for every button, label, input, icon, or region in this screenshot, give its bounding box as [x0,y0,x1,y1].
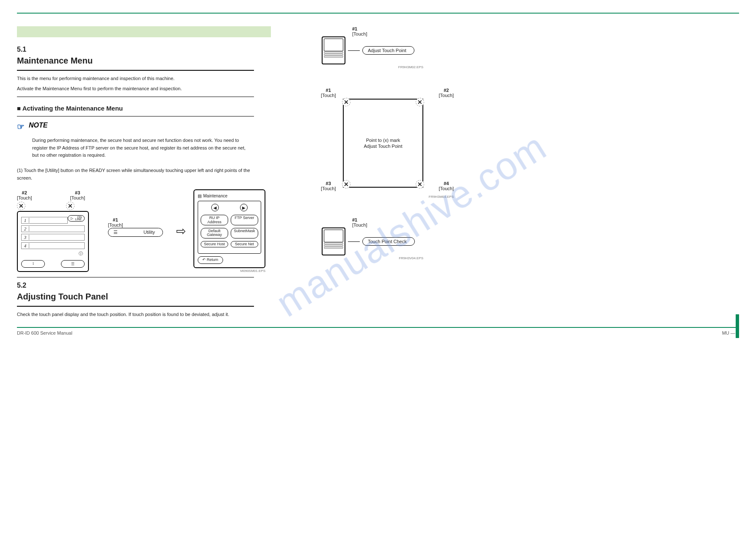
note-label: NOTE [29,122,47,129]
arrow-right-icon: ⇨ [176,224,186,238]
section-title: Maintenance Menu [17,56,271,66]
figure-adjust-touch-point: #1 [Touch] Adjust Touch Point FR9H3M02.E… [322,26,739,69]
cross-icon[interactable]: ✕ [17,202,25,210]
calibration-rect: Point to (x) mark Adjust Touch Point ✕ ✕… [343,99,423,188]
footer-left: DR-ID 600 Service Manual [17,330,72,335]
bottom-rule [17,327,739,328]
footer: DR-ID 600 Service Manual MU — 5 [17,330,739,335]
heading-5-1: 5.1 Maintenance Menu [17,46,271,66]
maintenance-panel: ▤Maintenance ◀ ▶ RU IP Address FTP Serve… [193,189,265,268]
figure-code: FR9H3M02.EPS [322,65,423,69]
rule [17,116,254,116]
note-text: During performing maintenance, the secur… [32,137,252,159]
btn-secure-net[interactable]: Secure Net [231,241,258,247]
page-right-button[interactable]: ▶ [240,204,248,211]
rule [17,306,254,307]
paragraph: This is the menu for performing maintena… [17,75,254,83]
btn-secure-host[interactable]: Secure Host [201,241,228,247]
figure-touch-point-check: #1 [Touch] Touch Point Check FR9H3V04.EP… [322,217,739,260]
btn-ru-ip[interactable]: RU IP Address [201,215,228,225]
touch-2-label: #2 [Touch] [17,190,32,200]
right-column: #1 [Touch] Adjust Touch Point FR9H3M02.E… [296,26,739,321]
btn-ftp[interactable]: FTP Server [231,215,258,225]
corner-4-label: #4[Touch] [439,181,454,191]
ready-panel: ▷ ONLINE 1 2 3 4 ⓘ ⟟ ☰ [17,211,89,272]
top-rule [17,13,739,14]
note-pointer-icon: ☞ [17,122,25,132]
corner-2-label: #2[Touch] [439,88,454,98]
page-content: 5.1 Maintenance Menu This is the menu fo… [17,26,739,321]
mini-device-icon [322,36,345,64]
page-left-button[interactable]: ◀ [211,204,219,211]
subheading-activate: ■ Activating the Maintenance Menu [17,105,271,112]
figure-four-corners: Point to (x) mark Adjust Touch Point ✕ ✕… [313,86,457,200]
rule [17,70,254,71]
panel-rows: 1 2 3 4 [21,217,85,249]
section-title: Adjusting Touch Panel [17,292,271,302]
touch-point-check-pill[interactable]: Touch Point Check [362,237,415,246]
note-block: ☞ NOTE [17,122,271,132]
mini-device-icon [322,227,345,255]
maintenance-title: Maintenance [203,194,227,198]
section-number: 5.1 [17,46,26,53]
diagram-utility-maintenance: #2 [Touch] #3 [Touch] ✕ ✕ ▷ ONLINE [17,189,271,273]
btn-return[interactable]: ↶ Return [198,256,223,263]
section-band [17,26,271,37]
cross-icon[interactable]: ✕ [342,98,350,106]
corner-3-label: #3[Touch] [321,181,336,191]
online-pill: ▷ ONLINE [68,215,85,222]
btn-default-gateway[interactable]: Default Gateway [201,228,228,238]
utility-pill[interactable]: ☰Utility [108,228,163,237]
btn-subnetmask[interactable]: SubnetMask [231,228,258,238]
section-number: 5.2 [17,282,26,289]
page-edge-tab [736,314,739,338]
cross-icon[interactable]: ✕ [342,180,350,188]
touch-3-label: #3 [Touch] [70,190,85,200]
corner-1-label: #1[Touch] [321,88,336,98]
rule [17,277,254,277]
heading-5-2: 5.2 Adjusting Touch Panel [17,282,271,302]
figure-code: M090SM01.EPS [193,269,265,273]
paragraph: Activate the Maintenance Menu first to p… [17,85,254,93]
adjust-touch-point-pill[interactable]: Adjust Touch Point [362,46,414,55]
list-icon: ▤ [198,194,201,198]
touch-1-label: #1 [Touch] [108,217,123,227]
utility-oval-button[interactable]: ☰ [61,260,85,268]
left-oval-button[interactable]: ⟟ [21,260,45,268]
paragraph: Check the touch panel display and the to… [17,311,254,319]
left-column: 5.1 Maintenance Menu This is the menu fo… [17,26,271,321]
cross-icon[interactable]: ✕ [416,98,424,106]
figure-code: FR9H3V04.EPS [322,256,423,260]
cross-icon[interactable]: ✕ [66,202,74,210]
figure-code: FR9H3M03.EPS [429,195,454,199]
rule [17,97,254,97]
cross-icon[interactable]: ✕ [416,180,424,188]
step-1: (1) Touch the [Utility] button on the RE… [17,167,254,182]
